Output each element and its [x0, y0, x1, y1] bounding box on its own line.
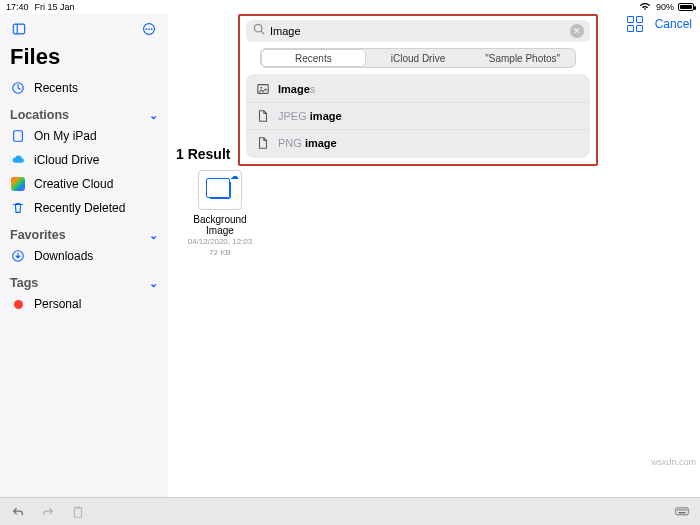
bottom-toolbar: [0, 497, 700, 525]
section-locations[interactable]: Locations ⌄: [8, 100, 160, 124]
sidebar-item-icloud-drive[interactable]: iCloud Drive: [8, 148, 160, 172]
file-name: Background Image: [180, 214, 260, 236]
sidebar-item-label: Downloads: [34, 249, 93, 263]
sidebar-item-label: Recently Deleted: [34, 201, 125, 215]
chevron-down-icon: ⌄: [149, 277, 158, 290]
redo-icon[interactable]: [40, 504, 56, 520]
app-title: Files: [8, 42, 160, 76]
cloud-download-icon: ☁︎: [230, 171, 239, 181]
search-input[interactable]: [270, 25, 566, 37]
file-item[interactable]: ☁︎ Background Image 04/12/2020, 12:03 72…: [180, 170, 260, 258]
ipad-icon: [10, 129, 26, 143]
doc-icon: [256, 136, 270, 150]
search-scope-segmented[interactable]: Recents iCloud Drive "Sample Photos": [260, 48, 576, 68]
suggestion-images[interactable]: Images: [246, 76, 590, 102]
scope-recents[interactable]: Recents: [261, 49, 366, 67]
svg-rect-19: [683, 509, 684, 510]
svg-rect-21: [679, 512, 686, 513]
chevron-down-icon: ⌄: [149, 229, 158, 242]
view-grid-icon[interactable]: [627, 16, 643, 32]
svg-point-4: [148, 28, 150, 30]
svg-rect-14: [76, 506, 80, 508]
svg-rect-20: [686, 509, 687, 510]
sidebar-item-label: Creative Cloud: [34, 177, 113, 191]
section-tags[interactable]: Tags ⌄: [8, 268, 160, 292]
battery-icon: [678, 3, 694, 11]
photo-icon: [256, 82, 270, 96]
sidebar-item-creative-cloud[interactable]: Creative Cloud: [8, 172, 160, 196]
scope-icloud-drive[interactable]: iCloud Drive: [366, 49, 471, 67]
more-icon[interactable]: [138, 18, 160, 40]
download-icon: [10, 249, 26, 263]
svg-rect-17: [679, 509, 680, 510]
wifi-icon: [638, 0, 652, 15]
section-favorites[interactable]: Favorites ⌄: [8, 220, 160, 244]
sidebar: Files Recents Locations ⌄ On My iPad iCl…: [0, 14, 168, 497]
watermark: wsxdn.com: [651, 457, 696, 467]
sidebar-item-label: On My iPad: [34, 129, 97, 143]
doc-icon: [256, 109, 270, 123]
search-bar[interactable]: ✕: [246, 20, 590, 42]
svg-line-10: [261, 31, 264, 34]
main-content: Cancel ✕ Recents iCloud Drive "Sample Ph…: [168, 14, 700, 497]
status-bar: 17:40 Fri 15 Jan 90%: [0, 0, 700, 14]
sidebar-item-label: Recents: [34, 81, 78, 95]
status-date: Fri 15 Jan: [35, 2, 75, 12]
creative-cloud-icon: [10, 177, 26, 191]
file-size: 72 KB: [180, 249, 260, 258]
tag-dot-icon: [10, 300, 26, 309]
sidebar-item-downloads[interactable]: Downloads: [8, 244, 160, 268]
keyboard-icon[interactable]: [674, 504, 690, 520]
clipboard-icon[interactable]: [70, 504, 86, 520]
cancel-button[interactable]: Cancel: [655, 17, 692, 31]
svg-rect-13: [75, 507, 82, 517]
svg-point-5: [151, 28, 153, 30]
svg-rect-0: [13, 24, 24, 34]
file-thumbnail: ☁︎: [198, 170, 242, 210]
svg-point-3: [146, 28, 148, 30]
svg-rect-18: [681, 509, 682, 510]
trash-icon: [10, 201, 26, 215]
sidebar-item-recents[interactable]: Recents: [8, 76, 160, 100]
chevron-down-icon: ⌄: [149, 109, 158, 122]
clear-search-icon[interactable]: ✕: [570, 24, 584, 38]
sidebar-item-on-my-ipad[interactable]: On My iPad: [8, 124, 160, 148]
scope-sample-photos[interactable]: "Sample Photos": [470, 49, 575, 67]
sidebar-item-recently-deleted[interactable]: Recently Deleted: [8, 196, 160, 220]
search-suggestions: Images JPEG image PNG image: [246, 74, 590, 158]
search-icon: [252, 22, 266, 40]
suggestion-png-image[interactable]: PNG image: [246, 129, 590, 156]
search-overlay: ✕ Recents iCloud Drive "Sample Photos" I…: [238, 14, 598, 166]
sidebar-item-tag-personal[interactable]: Personal: [8, 292, 160, 316]
sidebar-toggle-icon[interactable]: [8, 18, 30, 40]
svg-rect-16: [677, 509, 678, 510]
file-date: 04/12/2020, 12:03: [180, 238, 260, 247]
suggestion-jpeg-image[interactable]: JPEG image: [246, 102, 590, 129]
svg-rect-15: [676, 507, 689, 514]
sidebar-item-label: iCloud Drive: [34, 153, 99, 167]
clock-icon: [10, 81, 26, 95]
svg-point-12: [260, 87, 262, 89]
undo-icon[interactable]: [10, 504, 26, 520]
sidebar-item-label: Personal: [34, 297, 81, 311]
battery-pct: 90%: [656, 2, 674, 12]
cloud-icon: [10, 153, 26, 167]
svg-rect-7: [14, 131, 23, 142]
status-time: 17:40: [6, 2, 29, 12]
